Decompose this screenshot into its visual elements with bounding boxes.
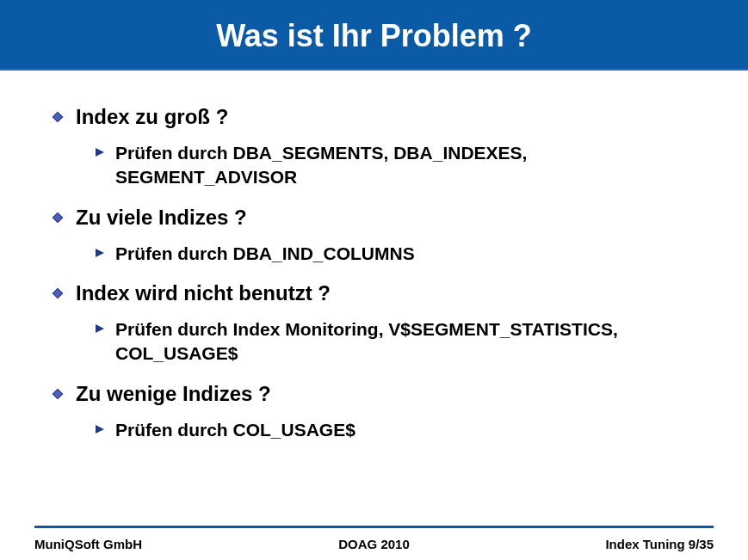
diamond-bullet-icon (52, 111, 64, 123)
slide-content: Index zu groß ? Prüfen durch DBA_SEGMENT… (0, 71, 748, 442)
bullet-item: Zu viele Indizes ? Prüfen durch DBA_IND_… (52, 206, 696, 266)
footer-left: MuniQSoft GmbH (34, 537, 261, 551)
bullet-item: Index wird nicht benutzt ? Prüfen durch … (52, 281, 696, 366)
sub-bullet-text: Prüfen durch DBA_SEGMENTS, DBA_INDEXES, … (115, 141, 696, 190)
arrow-bullet-icon (95, 424, 105, 434)
sub-bullet-text: Prüfen durch DBA_IND_COLUMNS (115, 242, 415, 266)
bullet-row: Zu wenige Indizes ? (52, 382, 696, 406)
bullet-text: Zu wenige Indizes ? (76, 382, 271, 406)
bullet-text: Zu viele Indizes ? (76, 206, 247, 230)
footer-row: MuniQSoft GmbH DOAG 2010 Index Tuning 9/… (34, 528, 714, 560)
arrow-bullet-icon (95, 248, 105, 258)
svg-marker-1 (96, 148, 104, 157)
svg-marker-7 (96, 425, 104, 434)
sub-bullet-text: Prüfen durch COL_USAGE$ (115, 418, 355, 442)
bullet-row: Zu viele Indizes ? (52, 206, 696, 230)
diamond-bullet-icon (52, 212, 64, 224)
bullet-row: Index wird nicht benutzt ? (52, 281, 696, 305)
svg-rect-2 (53, 212, 62, 222)
bullet-row: Index zu groß ? (52, 105, 696, 129)
bullet-text: Index wird nicht benutzt ? (76, 281, 331, 305)
sub-bullet-row: Prüfen durch DBA_IND_COLUMNS (95, 242, 696, 266)
diamond-bullet-icon (52, 287, 64, 299)
footer-center: DOAG 2010 (261, 537, 487, 551)
sub-bullet-row: Prüfen durch Index Monitoring, V$SEGMENT… (95, 317, 696, 366)
footer-right: Index Tuning 9/35 (487, 537, 714, 551)
diamond-bullet-icon (52, 388, 64, 400)
svg-marker-3 (96, 249, 104, 257)
title-bar: Was ist Ihr Problem ? (0, 0, 748, 71)
bullet-item: Zu wenige Indizes ? Prüfen durch COL_USA… (52, 382, 696, 442)
svg-rect-4 (53, 288, 62, 298)
sub-bullet-row: Prüfen durch DBA_SEGMENTS, DBA_INDEXES, … (95, 141, 696, 190)
sub-bullet-text: Prüfen durch Index Monitoring, V$SEGMENT… (115, 317, 696, 366)
bullet-item: Index zu groß ? Prüfen durch DBA_SEGMENT… (52, 105, 696, 190)
sub-bullet-row: Prüfen durch COL_USAGE$ (95, 418, 696, 442)
slide-footer: MuniQSoft GmbH DOAG 2010 Index Tuning 9/… (0, 526, 748, 560)
arrow-bullet-icon (95, 147, 105, 157)
slide-title: Was ist Ihr Problem ? (216, 18, 532, 54)
bullet-text: Index zu groß ? (76, 105, 228, 129)
arrow-bullet-icon (95, 323, 105, 334)
svg-rect-6 (53, 389, 62, 398)
svg-rect-0 (53, 112, 62, 121)
svg-marker-5 (96, 324, 104, 333)
